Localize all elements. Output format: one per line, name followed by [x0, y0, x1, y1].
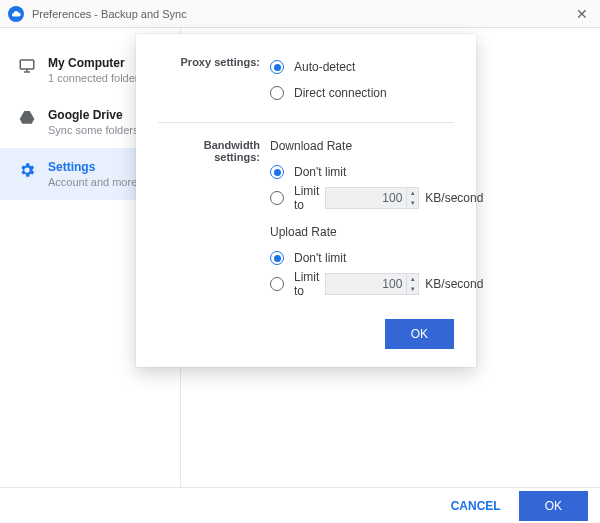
- sidebar-item-desc: 1 connected folder: [48, 72, 139, 84]
- gear-icon: [16, 161, 38, 179]
- proxy-settings-label: Proxy settings:: [158, 54, 270, 106]
- spin-up-icon[interactable]: ▲: [406, 274, 418, 284]
- settings-dialog: Proxy settings: Auto-detect Direct conne…: [136, 34, 476, 367]
- download-limit-field[interactable]: [326, 191, 406, 205]
- unit-label: KB/second: [425, 277, 483, 291]
- radio-label: Don't limit: [294, 251, 346, 265]
- radio-label: Direct connection: [294, 86, 387, 100]
- proxy-direct-option[interactable]: Direct connection: [270, 80, 454, 106]
- divider: [158, 122, 454, 123]
- radio-label: Don't limit: [294, 165, 346, 179]
- proxy-row: Proxy settings: Auto-detect Direct conne…: [158, 54, 454, 106]
- svg-rect-0: [20, 60, 34, 69]
- drive-icon: [16, 109, 38, 125]
- footer: CANCEL OK: [0, 487, 600, 523]
- download-limit-option[interactable]: Limit to ▲ ▼ KB/second: [270, 185, 483, 211]
- sidebar-item-desc: Account and more: [48, 176, 137, 188]
- content: Proxy settings: Auto-detect Direct conne…: [180, 28, 600, 487]
- upload-limit-field[interactable]: [326, 277, 406, 291]
- dialog-button-row: OK: [158, 319, 454, 349]
- radio-icon[interactable]: [270, 86, 284, 100]
- radio-icon[interactable]: [270, 251, 284, 265]
- main: My Computer 1 connected folder Google Dr…: [0, 28, 600, 487]
- upload-limit-input[interactable]: ▲ ▼: [325, 273, 419, 295]
- sidebar-item-label: My Computer: [48, 56, 139, 70]
- svg-marker-3: [20, 111, 35, 124]
- proxy-auto-option[interactable]: Auto-detect: [270, 54, 454, 80]
- upload-limit-option[interactable]: Limit to ▲ ▼ KB/second: [270, 271, 483, 297]
- close-icon[interactable]: ✕: [572, 6, 592, 22]
- bandwidth-settings-label: Bandwidth settings:: [158, 137, 270, 297]
- radio-icon[interactable]: [270, 191, 284, 205]
- radio-icon[interactable]: [270, 60, 284, 74]
- footer-ok-button[interactable]: OK: [519, 491, 588, 521]
- monitor-icon: [16, 57, 38, 75]
- cancel-button[interactable]: CANCEL: [451, 499, 501, 513]
- dialog-ok-button[interactable]: OK: [385, 319, 454, 349]
- sidebar-item-label: Google Drive: [48, 108, 138, 122]
- radio-label: Auto-detect: [294, 60, 355, 74]
- radio-icon[interactable]: [270, 277, 284, 291]
- spin-down-icon[interactable]: ▼: [406, 198, 418, 208]
- titlebar: Preferences - Backup and Sync ✕: [0, 0, 600, 28]
- upload-rate-label: Upload Rate: [270, 225, 483, 239]
- download-dont-limit-option[interactable]: Don't limit: [270, 159, 483, 185]
- radio-label: Limit to: [294, 184, 319, 212]
- window-title: Preferences - Backup and Sync: [32, 8, 187, 20]
- radio-label: Limit to: [294, 270, 319, 298]
- sidebar-item-label: Settings: [48, 160, 137, 174]
- sidebar-item-desc: Sync some folders: [48, 124, 138, 136]
- unit-label: KB/second: [425, 191, 483, 205]
- download-limit-input[interactable]: ▲ ▼: [325, 187, 419, 209]
- app-cloud-icon: [8, 6, 24, 22]
- upload-dont-limit-option[interactable]: Don't limit: [270, 245, 483, 271]
- spin-down-icon[interactable]: ▼: [406, 284, 418, 294]
- download-rate-label: Download Rate: [270, 139, 483, 153]
- spin-up-icon[interactable]: ▲: [406, 188, 418, 198]
- bandwidth-row: Bandwidth settings: Download Rate Don't …: [158, 137, 454, 297]
- radio-icon[interactable]: [270, 165, 284, 179]
